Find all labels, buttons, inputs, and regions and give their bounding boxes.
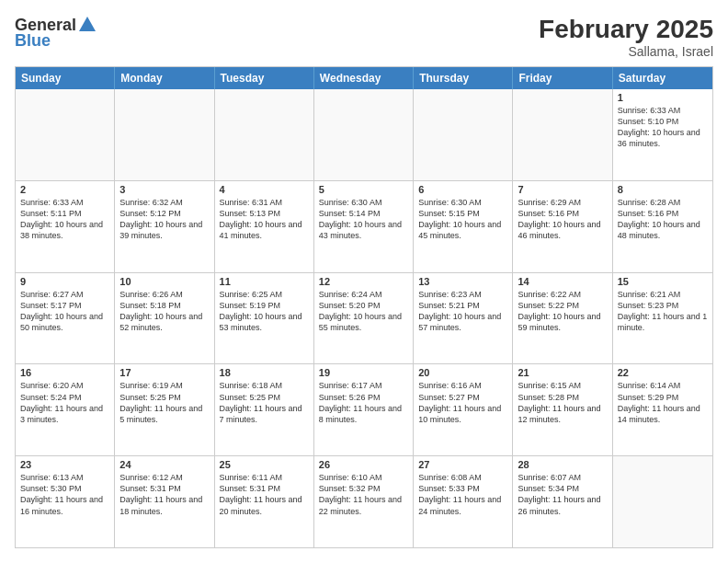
calendar-cell-20: 20Sunrise: 6:16 AM Sunset: 5:27 PM Dayli… bbox=[414, 364, 513, 455]
day-info: Sunrise: 6:18 AM Sunset: 5:25 PM Dayligh… bbox=[220, 380, 309, 425]
day-number: 12 bbox=[319, 276, 408, 287]
day-number: 14 bbox=[518, 276, 607, 287]
calendar-cell-24: 24Sunrise: 6:12 AM Sunset: 5:31 PM Dayli… bbox=[115, 456, 214, 547]
day-number: 20 bbox=[418, 367, 507, 378]
logo: General Blue bbox=[15, 15, 98, 51]
calendar-cell-15: 15Sunrise: 6:21 AM Sunset: 5:23 PM Dayli… bbox=[613, 273, 712, 364]
day-info: Sunrise: 6:13 AM Sunset: 5:30 PM Dayligh… bbox=[20, 472, 109, 517]
calendar-row-0: 1Sunrise: 6:33 AM Sunset: 5:10 PM Daylig… bbox=[16, 89, 712, 181]
calendar-cell-25: 25Sunrise: 6:11 AM Sunset: 5:31 PM Dayli… bbox=[215, 456, 314, 547]
header-day-sunday: Sunday bbox=[16, 67, 115, 89]
day-number: 27 bbox=[418, 459, 507, 470]
calendar-cell-11: 11Sunrise: 6:25 AM Sunset: 5:19 PM Dayli… bbox=[215, 273, 314, 364]
day-number: 21 bbox=[518, 367, 607, 378]
calendar-cell-empty-0-5 bbox=[513, 89, 612, 180]
calendar-cell-26: 26Sunrise: 6:10 AM Sunset: 5:32 PM Dayli… bbox=[314, 456, 414, 547]
day-number: 8 bbox=[618, 184, 708, 195]
day-number: 3 bbox=[119, 184, 209, 195]
calendar-cell-3: 3Sunrise: 6:32 AM Sunset: 5:12 PM Daylig… bbox=[115, 181, 214, 272]
calendar-cell-22: 22Sunrise: 6:14 AM Sunset: 5:29 PM Dayli… bbox=[613, 364, 712, 455]
calendar-cell-empty-0-2 bbox=[215, 89, 314, 180]
calendar-cell-empty-0-4 bbox=[414, 89, 513, 180]
day-info: Sunrise: 6:33 AM Sunset: 5:10 PM Dayligh… bbox=[618, 105, 708, 150]
day-info: Sunrise: 6:19 AM Sunset: 5:25 PM Dayligh… bbox=[119, 380, 209, 425]
calendar-row-2: 9Sunrise: 6:27 AM Sunset: 5:17 PM Daylig… bbox=[16, 273, 712, 365]
svg-marker-0 bbox=[79, 17, 96, 31]
day-number: 16 bbox=[20, 367, 109, 378]
day-info: Sunrise: 6:12 AM Sunset: 5:31 PM Dayligh… bbox=[119, 472, 209, 517]
day-info: Sunrise: 6:07 AM Sunset: 5:34 PM Dayligh… bbox=[518, 472, 607, 517]
logo-icon bbox=[77, 15, 97, 35]
day-info: Sunrise: 6:16 AM Sunset: 5:27 PM Dayligh… bbox=[418, 380, 507, 425]
calendar-cell-9: 9Sunrise: 6:27 AM Sunset: 5:17 PM Daylig… bbox=[16, 273, 115, 364]
calendar-row-3: 16Sunrise: 6:20 AM Sunset: 5:24 PM Dayli… bbox=[16, 364, 712, 456]
calendar-row-1: 2Sunrise: 6:33 AM Sunset: 5:11 PM Daylig… bbox=[16, 181, 712, 273]
calendar-cell-12: 12Sunrise: 6:24 AM Sunset: 5:20 PM Dayli… bbox=[314, 273, 414, 364]
day-info: Sunrise: 6:32 AM Sunset: 5:12 PM Dayligh… bbox=[119, 197, 209, 242]
day-info: Sunrise: 6:27 AM Sunset: 5:17 PM Dayligh… bbox=[20, 289, 109, 334]
day-number: 9 bbox=[20, 276, 109, 287]
day-number: 15 bbox=[618, 276, 708, 287]
calendar-cell-5: 5Sunrise: 6:30 AM Sunset: 5:14 PM Daylig… bbox=[314, 181, 414, 272]
logo-text: General Blue bbox=[15, 15, 98, 51]
calendar: SundayMondayTuesdayWednesdayThursdayFrid… bbox=[15, 66, 713, 548]
day-number: 18 bbox=[220, 367, 309, 378]
calendar-cell-14: 14Sunrise: 6:22 AM Sunset: 5:22 PM Dayli… bbox=[513, 273, 612, 364]
header-day-wednesday: Wednesday bbox=[314, 67, 414, 89]
calendar-cell-21: 21Sunrise: 6:15 AM Sunset: 5:28 PM Dayli… bbox=[513, 364, 612, 455]
day-number: 23 bbox=[20, 459, 109, 470]
day-number: 10 bbox=[119, 276, 209, 287]
day-number: 11 bbox=[220, 276, 309, 287]
calendar-cell-4: 4Sunrise: 6:31 AM Sunset: 5:13 PM Daylig… bbox=[215, 181, 314, 272]
day-number: 7 bbox=[518, 184, 607, 195]
day-info: Sunrise: 6:23 AM Sunset: 5:21 PM Dayligh… bbox=[418, 289, 507, 334]
calendar-body: 1Sunrise: 6:33 AM Sunset: 5:10 PM Daylig… bbox=[16, 89, 712, 547]
day-info: Sunrise: 6:30 AM Sunset: 5:14 PM Dayligh… bbox=[319, 197, 408, 242]
sub-title: Sallama, Israel bbox=[539, 44, 713, 59]
day-info: Sunrise: 6:15 AM Sunset: 5:28 PM Dayligh… bbox=[518, 380, 607, 425]
day-number: 26 bbox=[319, 459, 408, 470]
day-number: 13 bbox=[418, 276, 507, 287]
header-day-monday: Monday bbox=[115, 67, 214, 89]
calendar-cell-2: 2Sunrise: 6:33 AM Sunset: 5:11 PM Daylig… bbox=[16, 181, 115, 272]
calendar-cell-8: 8Sunrise: 6:28 AM Sunset: 5:16 PM Daylig… bbox=[613, 181, 712, 272]
day-number: 4 bbox=[220, 184, 309, 195]
header-day-tuesday: Tuesday bbox=[215, 67, 314, 89]
day-info: Sunrise: 6:33 AM Sunset: 5:11 PM Dayligh… bbox=[20, 197, 109, 242]
day-info: Sunrise: 6:26 AM Sunset: 5:18 PM Dayligh… bbox=[119, 289, 209, 334]
day-info: Sunrise: 6:17 AM Sunset: 5:26 PM Dayligh… bbox=[319, 380, 408, 425]
calendar-cell-28: 28Sunrise: 6:07 AM Sunset: 5:34 PM Dayli… bbox=[513, 456, 612, 547]
header: General Blue February 2025 Sallama, Isra… bbox=[15, 15, 713, 59]
day-number: 22 bbox=[618, 367, 708, 378]
day-info: Sunrise: 6:31 AM Sunset: 5:13 PM Dayligh… bbox=[220, 197, 309, 242]
day-info: Sunrise: 6:08 AM Sunset: 5:33 PM Dayligh… bbox=[418, 472, 507, 517]
header-day-saturday: Saturday bbox=[613, 67, 712, 89]
title-block: February 2025 Sallama, Israel bbox=[539, 15, 713, 59]
day-info: Sunrise: 6:11 AM Sunset: 5:31 PM Dayligh… bbox=[220, 472, 309, 517]
main-title: February 2025 bbox=[539, 15, 713, 44]
day-number: 2 bbox=[20, 184, 109, 195]
calendar-cell-13: 13Sunrise: 6:23 AM Sunset: 5:21 PM Dayli… bbox=[414, 273, 513, 364]
calendar-row-4: 23Sunrise: 6:13 AM Sunset: 5:30 PM Dayli… bbox=[16, 456, 712, 547]
day-info: Sunrise: 6:21 AM Sunset: 5:23 PM Dayligh… bbox=[618, 289, 708, 334]
calendar-cell-16: 16Sunrise: 6:20 AM Sunset: 5:24 PM Dayli… bbox=[16, 364, 115, 455]
calendar-cell-19: 19Sunrise: 6:17 AM Sunset: 5:26 PM Dayli… bbox=[314, 364, 414, 455]
day-info: Sunrise: 6:30 AM Sunset: 5:15 PM Dayligh… bbox=[418, 197, 507, 242]
day-info: Sunrise: 6:24 AM Sunset: 5:20 PM Dayligh… bbox=[319, 289, 408, 334]
day-info: Sunrise: 6:10 AM Sunset: 5:32 PM Dayligh… bbox=[319, 472, 408, 517]
calendar-cell-18: 18Sunrise: 6:18 AM Sunset: 5:25 PM Dayli… bbox=[215, 364, 314, 455]
day-number: 17 bbox=[119, 367, 209, 378]
day-number: 1 bbox=[618, 92, 708, 103]
calendar-cell-empty-4-6 bbox=[613, 456, 712, 547]
calendar-cell-27: 27Sunrise: 6:08 AM Sunset: 5:33 PM Dayli… bbox=[414, 456, 513, 547]
day-info: Sunrise: 6:29 AM Sunset: 5:16 PM Dayligh… bbox=[518, 197, 607, 242]
day-info: Sunrise: 6:22 AM Sunset: 5:22 PM Dayligh… bbox=[518, 289, 607, 334]
calendar-cell-23: 23Sunrise: 6:13 AM Sunset: 5:30 PM Dayli… bbox=[16, 456, 115, 547]
day-number: 24 bbox=[119, 459, 209, 470]
header-day-thursday: Thursday bbox=[414, 67, 513, 89]
calendar-cell-empty-0-1 bbox=[115, 89, 214, 180]
day-number: 28 bbox=[518, 459, 607, 470]
day-info: Sunrise: 6:25 AM Sunset: 5:19 PM Dayligh… bbox=[220, 289, 309, 334]
day-info: Sunrise: 6:20 AM Sunset: 5:24 PM Dayligh… bbox=[20, 380, 109, 425]
calendar-cell-empty-0-0 bbox=[16, 89, 115, 180]
